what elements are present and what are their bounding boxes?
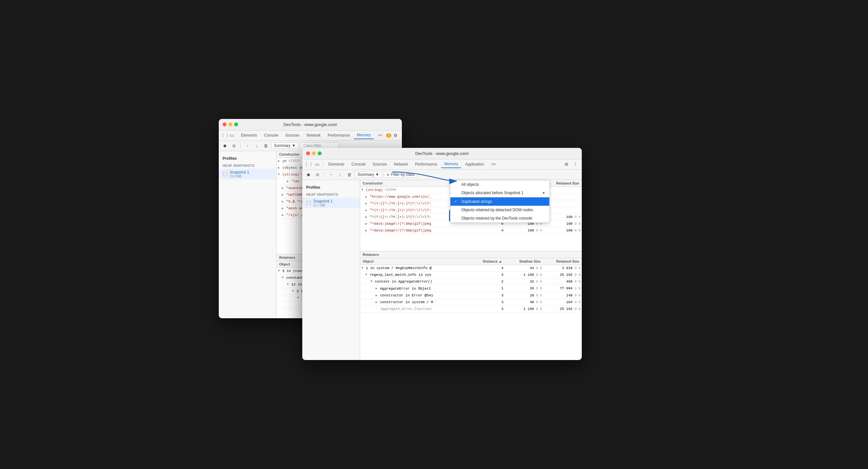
- fret-exp3[interactable]: ▼: [370, 280, 375, 284]
- stop-btn-back[interactable]: ⊘: [230, 142, 238, 149]
- traffic-light-green-back[interactable]: [234, 122, 238, 126]
- cursor-icon-front[interactable]: ⋮⋮: [305, 160, 313, 168]
- settings-icon-back[interactable]: ⚙: [392, 131, 400, 139]
- fexp-string[interactable]: ▼: [362, 188, 366, 192]
- warning-badge-back: 2: [386, 134, 391, 138]
- tab-network-back[interactable]: Network: [303, 132, 324, 139]
- fret-row7[interactable]: aggregate_error_function 3 1 196 0 % 25 …: [360, 306, 582, 313]
- front-dd-dup-label: Duplicated strings: [461, 199, 492, 204]
- snapshot-item-back[interactable]: 📄 Snapshot 1 15.8 MB: [219, 169, 276, 179]
- expander-str4[interactable]: ▶: [282, 200, 286, 203]
- fexp-str1[interactable]: ▶: [365, 195, 370, 199]
- heap-snapshots-label-back: HEAP SNAPSHOTS: [219, 162, 276, 169]
- ret-exp4[interactable]: ▼: [292, 289, 297, 293]
- fret-retained4: 77 904 1 %: [543, 286, 582, 291]
- tab-performance-front[interactable]: Performance: [412, 161, 440, 168]
- fret-retained1: 2 628 0 %: [543, 266, 582, 271]
- tab-more-front[interactable]: >>: [488, 161, 499, 168]
- collect-btn-front[interactable]: 🗑: [346, 171, 353, 178]
- traffic-light-red-front[interactable]: [306, 151, 310, 155]
- snapshot-item-front[interactable]: 📄 Snapshot 1 11.7 MB: [302, 198, 360, 208]
- tab-memory-front[interactable]: Memory: [441, 160, 461, 168]
- fexp-str6[interactable]: ▶: [365, 229, 370, 232]
- fexp-str3[interactable]: ▶: [365, 208, 370, 212]
- tab-elements-front[interactable]: Elements: [325, 161, 348, 168]
- traffic-light-yellow-back[interactable]: [228, 122, 232, 126]
- fret-exp1[interactable]: ▼: [362, 266, 366, 270]
- fret-retained6: 104 0 %: [543, 300, 582, 305]
- expander-obj[interactable]: ▶: [278, 166, 282, 170]
- fexp-str4[interactable]: ▶: [365, 215, 370, 219]
- expander-str5[interactable]: ▶: [282, 206, 286, 210]
- front-dd-devtools-console[interactable]: Objects retained by the DevTools console: [451, 214, 549, 223]
- traffic-light-green-front[interactable]: [318, 151, 321, 155]
- settings-icon-front[interactable]: ⚙: [562, 160, 570, 168]
- fexp-str2[interactable]: ▶: [365, 202, 370, 205]
- expander-str2[interactable]: ▶: [282, 186, 286, 190]
- more-icon-front[interactable]: ⋮: [571, 160, 579, 168]
- fret-header-shallow: Shallow Size: [505, 258, 543, 265]
- summary-label-back: Summary: [274, 143, 290, 148]
- ret-exp5[interactable]: ▼: [297, 296, 302, 300]
- mobile-icon-front[interactable]: ▭: [313, 160, 321, 168]
- fret-dist7: 3: [479, 306, 505, 312]
- collect-btn-back[interactable]: 🗑: [262, 142, 269, 149]
- fret-row3[interactable]: ▼ context in AggregateError() 2 32 0 % 4…: [360, 279, 582, 285]
- upload-btn-front[interactable]: ↑: [328, 171, 335, 178]
- snapshot-info-front: Snapshot 1 11.7 MB: [313, 199, 333, 207]
- fret-exp5[interactable]: ▶: [375, 293, 380, 297]
- tab-elements-back[interactable]: Elements: [238, 132, 260, 139]
- stop-btn-front[interactable]: ⊘: [314, 171, 321, 178]
- record-btn-front[interactable]: ⏺: [305, 171, 312, 178]
- tab-sources-back[interactable]: Sources: [282, 132, 303, 139]
- download-btn-back[interactable]: ↓: [253, 142, 260, 149]
- expander-str1[interactable]: ▶: [287, 179, 291, 183]
- traffic-light-yellow-front[interactable]: [312, 151, 316, 155]
- heap-snapshots-label-front: HEAP SNAPSHOTS: [302, 191, 360, 198]
- tab-sources-front[interactable]: Sources: [369, 161, 390, 168]
- tab-console-back[interactable]: Console: [261, 132, 281, 139]
- fret-row2[interactable]: ▼ regexp_last_match_info in sys 3 1 196 …: [360, 272, 582, 279]
- tab-performance-back[interactable]: Performance: [324, 132, 353, 139]
- front-dd-all-label: All objects: [461, 182, 479, 187]
- fexp-str5[interactable]: ▶: [365, 222, 370, 226]
- download-btn-front[interactable]: ↓: [337, 171, 344, 178]
- fret-row4[interactable]: ▶ AggregateError in Object 1 20 0 % 77 9…: [360, 285, 582, 292]
- frow-str6[interactable]: ▶ "^data:image\/(?:bmp|gif|jpeg 4 100 0 …: [360, 227, 582, 234]
- expander-str6[interactable]: ▶: [282, 213, 286, 217]
- record-btn-back[interactable]: ⏺: [221, 142, 228, 149]
- cursor-icon[interactable]: ⋮⋮: [221, 131, 229, 139]
- tab-application-front[interactable]: Application: [462, 161, 487, 168]
- front-dd-before-snapshot[interactable]: Objects allocated before Snapshot 1 ▼: [451, 189, 549, 197]
- mobile-icon[interactable]: ▭: [230, 131, 234, 139]
- ret-exp3[interactable]: ▼: [287, 283, 291, 286]
- filter-by-class-btn[interactable]: ⊳ Filter by class: [384, 171, 417, 178]
- front-dd-dup-strings[interactable]: ✓ Duplicated strings: [451, 197, 549, 206]
- fret-row6[interactable]: ▶ constructor in system / M 3 40 0 % 104…: [360, 299, 582, 306]
- front-dd-bottom: ✓ Duplicated strings Objects retained by…: [451, 197, 549, 223]
- fret-row5[interactable]: ▶ constructor in Error @541 3 28 0 % 148…: [360, 292, 582, 299]
- fret-exp6[interactable]: ▶: [375, 300, 380, 304]
- ret-exp2[interactable]: ▼: [282, 276, 286, 280]
- front-dd-all-objects[interactable]: All objects: [451, 180, 549, 189]
- summary-dropdown-back[interactable]: Summary ▼: [271, 142, 299, 149]
- tab-network-front[interactable]: Network: [391, 161, 411, 168]
- ret-exp1[interactable]: ▼: [278, 269, 282, 273]
- expander-string[interactable]: ▼: [278, 173, 282, 176]
- fret-row1[interactable]: ▼ 1 in system / RegExpMatchInfo @ 4 44 0…: [360, 265, 582, 272]
- fret-exp2[interactable]: ▼: [365, 273, 370, 277]
- expander-yn[interactable]: ▶: [278, 159, 282, 163]
- fret-val2: regexp_last_match_info in sys: [370, 273, 431, 277]
- fret-retained7: 25 192 0 %: [543, 306, 582, 312]
- upload-btn-back[interactable]: ↑: [244, 142, 251, 149]
- tab-more-back[interactable]: >>: [375, 132, 385, 139]
- expander-str3[interactable]: ▶: [282, 193, 286, 197]
- traffic-light-red-back[interactable]: [223, 122, 226, 126]
- summary-dropdown-front[interactable]: Summary ▼: [355, 171, 382, 178]
- fdist-str6: 4: [482, 228, 505, 233]
- front-dd-detached-dom[interactable]: Objects retained by detached DOM nodes: [451, 206, 549, 214]
- more-icon-back[interactable]: ⋮: [401, 131, 402, 139]
- tab-memory-back[interactable]: Memory: [354, 131, 374, 139]
- fret-exp4[interactable]: ▶: [375, 286, 380, 291]
- tab-console-front[interactable]: Console: [348, 161, 369, 168]
